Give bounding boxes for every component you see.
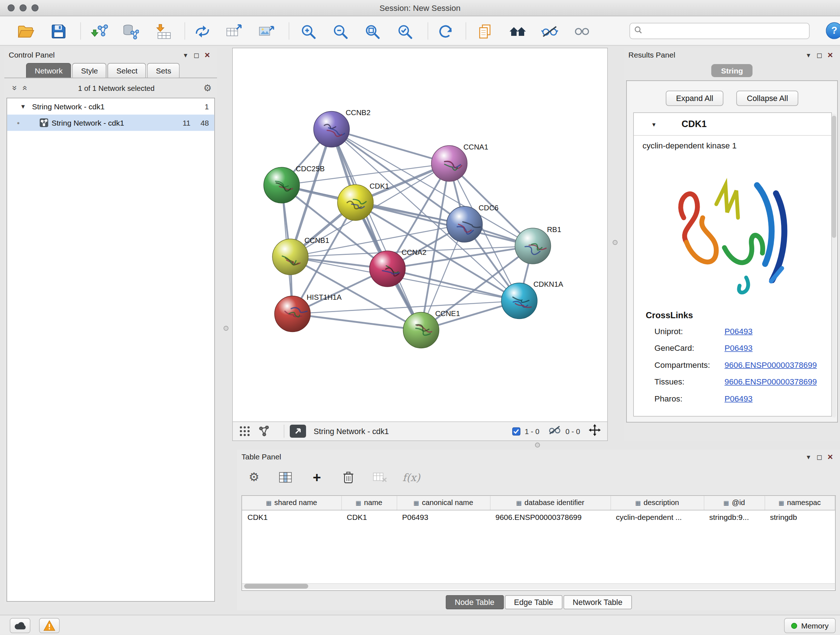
expand-all-button[interactable]: Expand All: [666, 91, 723, 106]
genecard-link[interactable]: P06493: [725, 343, 753, 353]
cell-id[interactable]: stringdb:9...: [704, 510, 765, 524]
pan-crosshair-icon[interactable]: [589, 424, 601, 439]
table-hscrollbar-track[interactable]: [242, 583, 835, 589]
delete-column-icon[interactable]: [340, 469, 357, 486]
compartments-link[interactable]: 9606.ENSP00000378699: [725, 360, 817, 370]
help-button[interactable]: ?: [826, 22, 840, 40]
panel-float-icon[interactable]: ◻: [814, 453, 825, 461]
network-edge[interactable]: [293, 314, 422, 330]
column-header-shared-name[interactable]: ▦shared name: [242, 496, 341, 510]
tab-string[interactable]: String: [711, 64, 753, 77]
zoom-in-icon[interactable]: [298, 22, 318, 41]
warnings-button[interactable]: [39, 618, 60, 633]
add-column-icon[interactable]: +: [309, 469, 325, 486]
panel-collapse-icon[interactable]: ▾: [180, 51, 191, 59]
results-scrollbar[interactable]: [832, 114, 836, 418]
network-edge[interactable]: [332, 129, 422, 330]
hidden-eye-slash-icon[interactable]: [548, 425, 561, 437]
network-node-ccna1[interactable]: [431, 146, 467, 181]
grid-view-icon[interactable]: [240, 426, 250, 437]
zoom-fit-icon[interactable]: [363, 22, 382, 41]
detach-view-button[interactable]: [290, 424, 306, 438]
uniprot-link[interactable]: P06493: [725, 326, 753, 336]
import-network-database-icon[interactable]: [121, 22, 141, 41]
network-tree-root-row[interactable]: ▼ String Network - cdk1 1: [7, 98, 215, 115]
splitter-grip[interactable]: [224, 326, 229, 331]
selected-checkbox-icon[interactable]: [512, 427, 521, 435]
birdseye-view-icon[interactable]: [259, 426, 270, 437]
network-graph[interactable]: CCNB2CCNA1CDC25BCDK1CDC6RB1CCNB1CCNA2CDK…: [233, 49, 607, 422]
network-node-ccna2[interactable]: [370, 251, 406, 287]
cell-database-identifier[interactable]: 9606.ENSP00000378699: [490, 510, 611, 524]
cell-namespace[interactable]: stringdb: [765, 510, 835, 524]
memory-button[interactable]: Memory: [784, 618, 836, 633]
zoom-out-icon[interactable]: [331, 22, 350, 41]
search-input[interactable]: [645, 27, 805, 35]
import-network-file-icon[interactable]: [90, 22, 109, 41]
network-node-cdc6[interactable]: [447, 206, 483, 242]
clone-network-icon[interactable]: [193, 22, 212, 41]
network-tree-child-row[interactable]: ● String Network - cdk1 11 48: [7, 115, 215, 131]
cell-description[interactable]: cyclin-dependent ...: [611, 510, 704, 524]
network-node-cdc25b[interactable]: [264, 167, 300, 203]
open-session-icon[interactable]: [16, 22, 36, 41]
network-node-cdk1[interactable]: [338, 185, 373, 220]
network-canvas[interactable]: CCNB2CCNA1CDC25BCDK1CDC6RB1CCNB1CCNA2CDK…: [233, 49, 607, 422]
hide-unhide-icon[interactable]: [540, 22, 560, 41]
splitter-grip[interactable]: [613, 240, 618, 245]
panel-close-icon[interactable]: ✕: [825, 51, 836, 59]
network-node-ccne1[interactable]: [403, 312, 439, 348]
cell-shared-name[interactable]: CDK1: [242, 510, 341, 524]
splitter-grip[interactable]: [535, 443, 540, 448]
show-columns-icon[interactable]: [278, 469, 294, 486]
cell-name[interactable]: CDK1: [341, 510, 397, 524]
collapse-all-button[interactable]: Collapse All: [737, 91, 798, 106]
panel-close-icon[interactable]: ✕: [202, 51, 213, 59]
collapse-all-icon[interactable]: »: [10, 83, 19, 93]
column-header-namespace[interactable]: ▦namespac: [765, 496, 835, 510]
panel-float-icon[interactable]: ◻: [814, 51, 825, 59]
import-table-icon[interactable]: [154, 22, 173, 41]
tab-sets[interactable]: Sets: [147, 63, 180, 78]
search-field[interactable]: [630, 23, 810, 39]
tab-style[interactable]: Style: [73, 63, 107, 78]
zoom-selected-icon[interactable]: [395, 22, 415, 41]
network-node-cdkn1a[interactable]: [501, 283, 537, 319]
network-node-ccnb1[interactable]: [272, 239, 308, 275]
panel-float-icon[interactable]: ◻: [191, 51, 202, 59]
pharos-link[interactable]: P06493: [725, 394, 753, 403]
table-hscrollbar-thumb[interactable]: [244, 584, 308, 589]
table-options-gear-icon[interactable]: ⚙: [246, 469, 262, 486]
tab-select[interactable]: Select: [108, 63, 146, 78]
column-header-description[interactable]: ▦description: [611, 496, 704, 510]
panel-collapse-icon[interactable]: ▾: [803, 51, 814, 59]
export-table-icon[interactable]: [224, 22, 244, 41]
save-session-icon[interactable]: [49, 22, 68, 41]
network-node-rb1[interactable]: [515, 228, 551, 264]
column-header-database-identifier[interactable]: ▦database identifier: [490, 496, 611, 510]
column-header-name[interactable]: ▦name: [341, 496, 397, 510]
panel-collapse-icon[interactable]: ▾: [803, 453, 814, 461]
table-row[interactable]: CDK1 CDK1 P06493 9606.ENSP00000378699 cy…: [242, 510, 835, 524]
network-node-ccnb2[interactable]: [314, 111, 349, 147]
section-expand-icon[interactable]: ▾: [652, 120, 655, 128]
tab-edge-table[interactable]: Edge Table: [505, 595, 562, 609]
tab-network[interactable]: Network: [26, 63, 71, 78]
cell-canonical-name[interactable]: P06493: [397, 510, 490, 524]
panel-close-icon[interactable]: ✕: [825, 453, 836, 461]
network-options-gear-icon[interactable]: ⚙: [203, 82, 212, 94]
export-image-icon[interactable]: [257, 22, 276, 41]
home-icon[interactable]: [508, 22, 527, 41]
tab-network-table[interactable]: Network Table: [564, 595, 632, 609]
copy-document-icon[interactable]: [475, 22, 495, 41]
expand-all-icon[interactable]: »: [19, 83, 29, 93]
protein-section-header[interactable]: ▾ CDK1: [634, 113, 831, 136]
cloud-button[interactable]: [10, 618, 30, 633]
show-graphics-icon[interactable]: [572, 22, 592, 41]
tissues-link[interactable]: 9606.ENSP00000378699: [725, 377, 817, 386]
column-header-id[interactable]: ▦@id: [704, 496, 765, 510]
tree-expand-icon[interactable]: ▼: [20, 103, 29, 110]
function-builder-icon[interactable]: f(x): [403, 469, 420, 486]
column-header-canonical-name[interactable]: ▦canonical name: [397, 496, 490, 510]
network-node-hist1h1a[interactable]: [275, 296, 310, 332]
